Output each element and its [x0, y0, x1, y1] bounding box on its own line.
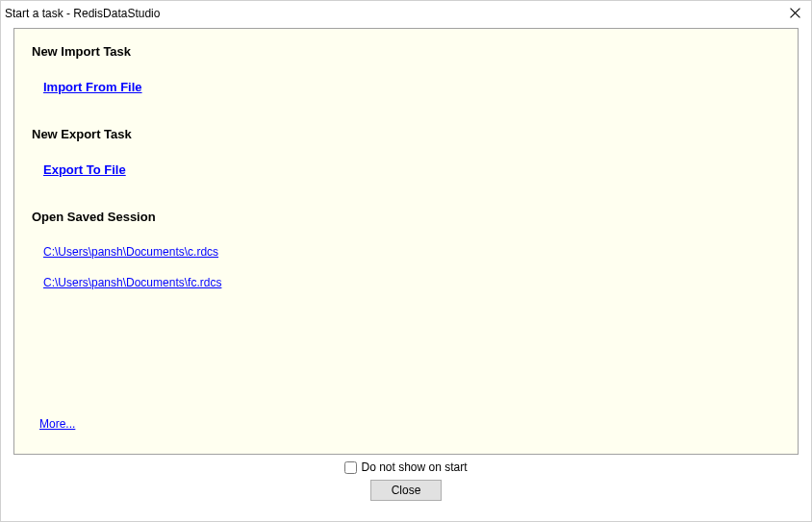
close-icon: [790, 8, 800, 18]
dialog-window: Start a task - RedisDataStudio New Impor…: [0, 0, 812, 522]
close-button[interactable]: Close: [370, 480, 442, 501]
import-heading: New Import Task: [32, 44, 780, 59]
window-title: Start a task - RedisDataStudio: [3, 5, 160, 20]
session-link[interactable]: C:\Users\pansh\Documents\fc.rdcs: [43, 276, 780, 289]
window-close-button[interactable]: [786, 4, 803, 21]
do-not-show-checkbox-row[interactable]: Do not show on start: [344, 460, 467, 474]
session-link[interactable]: C:\Users\pansh\Documents\c.rdcs: [43, 245, 780, 259]
footer: Do not show on start Close: [1, 460, 811, 501]
more-link[interactable]: More...: [39, 417, 75, 431]
import-from-file-link[interactable]: Import From File: [43, 80, 142, 94]
export-heading: New Export Task: [32, 127, 780, 141]
export-to-file-link[interactable]: Export To File: [43, 162, 126, 177]
do-not-show-label: Do not show on start: [361, 460, 467, 474]
content-panel: New Import Task Import From File New Exp…: [13, 28, 799, 455]
sessions-heading: Open Saved Session: [32, 210, 780, 224]
do-not-show-checkbox[interactable]: [344, 461, 357, 474]
titlebar: Start a task - RedisDataStudio: [1, 1, 811, 24]
